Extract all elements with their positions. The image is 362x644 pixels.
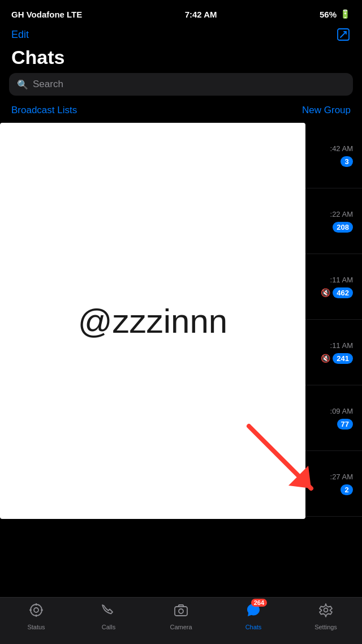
strip-time-2: :22 AM — [330, 210, 353, 218]
tab-camera[interactable]: Camera — [158, 602, 204, 630]
strip-badge-2: 208 — [333, 222, 353, 233]
muted-icon-3: 🔇 — [321, 288, 330, 297]
strip-badge-1: 3 — [341, 156, 353, 167]
arrow-container — [238, 415, 328, 508]
svg-point-10 — [179, 609, 183, 613]
tab-chats[interactable]: 264 Chats — [231, 602, 276, 630]
svg-point-4 — [34, 608, 38, 612]
search-icon: 🔍 — [17, 79, 28, 90]
battery-icon: 🔋 — [340, 9, 351, 19]
strip-item-4[interactable]: :11 AM 🔇 241 — [305, 320, 362, 385]
settings-tab-label: Settings — [314, 624, 337, 630]
strip-time-6: :27 AM — [330, 473, 353, 481]
muted-icon-4: 🔇 — [321, 354, 330, 363]
calls-tab-icon — [101, 602, 117, 622]
strip-time-5: :09 AM — [330, 407, 353, 415]
calls-tab-label: Calls — [102, 624, 115, 630]
broadcast-lists-button[interactable]: Broadcast Lists — [11, 105, 77, 116]
action-row: Broadcast Lists New Group — [0, 105, 362, 123]
svg-rect-9 — [175, 607, 187, 616]
nav-bar: Edit — [0, 25, 362, 46]
svg-point-3 — [31, 604, 42, 616]
new-group-button[interactable]: New Group — [302, 105, 351, 116]
status-bar: GH Vodafone LTE 7:42 AM 56% 🔋 — [0, 0, 362, 25]
tab-bar: Status Calls Camera 264 Chats — [0, 597, 362, 644]
battery-text: 56% — [320, 10, 337, 19]
status-tab-label: Status — [27, 624, 45, 630]
edit-button[interactable]: Edit — [11, 29, 29, 41]
compose-button[interactable] — [336, 27, 351, 42]
chat-list-area: @zzzinnn :42 AM 3 :22 AM 208 :11 AM 🔇 46… — [0, 123, 362, 519]
tab-calls[interactable]: Calls — [86, 602, 131, 630]
strip-item-1[interactable]: :42 AM 3 — [305, 123, 362, 188]
chats-tab-badge: 264 — [251, 599, 267, 607]
strip-item-3[interactable]: :11 AM 🔇 462 — [305, 254, 362, 320]
settings-tab-icon — [318, 602, 334, 622]
tab-settings[interactable]: Settings — [303, 602, 348, 630]
svg-point-11 — [324, 608, 328, 612]
chats-tab-icon: 264 — [245, 602, 261, 622]
chats-tab-label: Chats — [245, 624, 262, 630]
strip-time-4: :11 AM — [330, 341, 353, 350]
page-title: Chats — [0, 46, 362, 73]
search-container: 🔍 Search — [0, 73, 362, 105]
popup-handle-text: @zzzinnn — [78, 302, 227, 341]
tab-status[interactable]: Status — [14, 602, 59, 630]
strip-badge-5: 77 — [337, 419, 353, 430]
strip-time-1: :42 AM — [330, 144, 353, 153]
status-tab-icon — [28, 602, 44, 622]
strip-time-3: :11 AM — [330, 276, 353, 284]
strip-badge-4: 241 — [333, 353, 353, 364]
time-text: 7:42 AM — [185, 10, 217, 19]
camera-tab-icon — [173, 602, 189, 622]
red-arrow-svg — [238, 415, 328, 505]
search-bar[interactable]: 🔍 Search — [9, 73, 353, 96]
carrier-text: GH Vodafone LTE — [11, 10, 82, 19]
search-placeholder: Search — [33, 79, 63, 90]
strip-badge-3: 462 — [333, 287, 353, 298]
camera-tab-label: Camera — [170, 624, 192, 630]
strip-badge-6: 2 — [341, 484, 353, 495]
battery-section: 56% 🔋 — [320, 9, 351, 19]
strip-item-2[interactable]: :22 AM 208 — [305, 188, 362, 254]
